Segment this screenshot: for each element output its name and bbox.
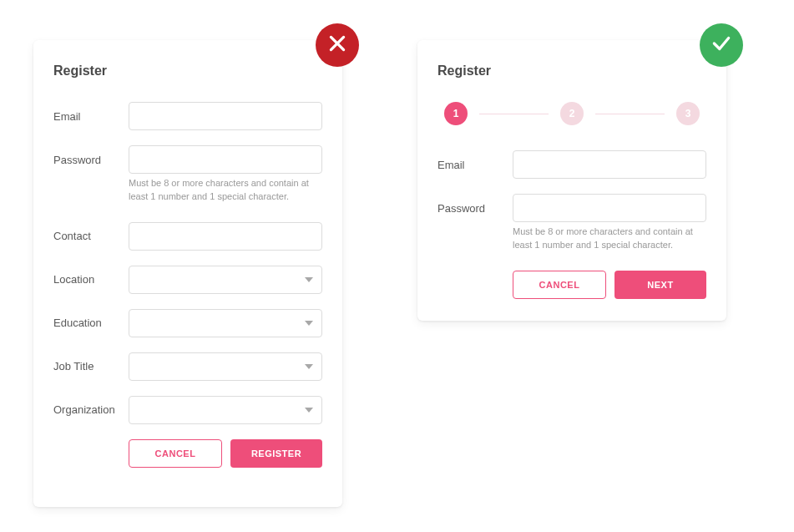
register-button[interactable]: REGISTER xyxy=(230,439,322,468)
step-line xyxy=(479,114,549,114)
contact-label: Contact xyxy=(53,230,129,242)
chevron-down-icon xyxy=(305,408,313,413)
password-label: Password xyxy=(437,202,513,215)
email-row: Email xyxy=(53,102,322,130)
chevron-down-icon xyxy=(305,321,313,326)
close-icon xyxy=(326,33,348,58)
password-field[interactable] xyxy=(513,194,706,222)
page-title: Register xyxy=(437,63,706,79)
cancel-button[interactable]: CANCEL xyxy=(129,439,222,468)
location-label: Location xyxy=(53,273,129,286)
stepper: 1 2 3 xyxy=(437,102,706,125)
check-icon xyxy=(711,33,732,58)
step-3[interactable]: 3 xyxy=(676,102,700,125)
cancel-button[interactable]: CANCEL xyxy=(513,271,606,299)
jobtitle-label: Job Title xyxy=(53,360,129,372)
email-label: Email xyxy=(437,159,513,171)
email-field[interactable] xyxy=(129,102,322,130)
email-field[interactable] xyxy=(513,150,706,179)
next-button[interactable]: NEXT xyxy=(614,271,706,299)
education-select[interactable] xyxy=(129,309,322,337)
password-hint: Must be 8 or more characters and contain… xyxy=(129,177,322,204)
register-panel-stepped: Register 1 2 3 Email Password Must be 8 … xyxy=(417,40,726,321)
education-label: Education xyxy=(53,317,129,329)
chevron-down-icon xyxy=(305,277,313,282)
wrong-badge xyxy=(316,23,359,67)
password-row: Password xyxy=(437,194,706,222)
contact-row: Contact xyxy=(53,222,322,251)
step-line xyxy=(595,114,665,114)
education-row: Education xyxy=(53,309,322,337)
button-row: CANCEL NEXT xyxy=(437,271,706,299)
email-label: Email xyxy=(53,110,129,123)
button-row: CANCEL REGISTER xyxy=(53,439,322,468)
password-hint-row: Must be 8 or more characters and contain… xyxy=(53,177,322,204)
password-hint: Must be 8 or more characters and contain… xyxy=(513,225,706,252)
contact-field[interactable] xyxy=(129,222,322,251)
location-row: Location xyxy=(53,266,322,294)
register-panel-long: Register Email Password Must be 8 or mor… xyxy=(33,40,342,507)
organization-row: Organization xyxy=(53,396,322,424)
step-1[interactable]: 1 xyxy=(444,102,468,125)
jobtitle-row: Job Title xyxy=(53,352,322,381)
email-row: Email xyxy=(437,150,706,179)
jobtitle-select[interactable] xyxy=(129,352,322,381)
organization-select[interactable] xyxy=(129,396,322,424)
chevron-down-icon xyxy=(305,364,313,369)
password-hint-row: Must be 8 or more characters and contain… xyxy=(437,225,706,252)
step-2[interactable]: 2 xyxy=(560,102,584,125)
password-field[interactable] xyxy=(129,145,322,174)
correct-badge xyxy=(700,23,743,67)
page-title: Register xyxy=(53,63,322,79)
location-select[interactable] xyxy=(129,266,322,294)
password-row: Password xyxy=(53,145,322,174)
password-label: Password xyxy=(53,154,129,166)
organization-label: Organization xyxy=(53,403,129,416)
